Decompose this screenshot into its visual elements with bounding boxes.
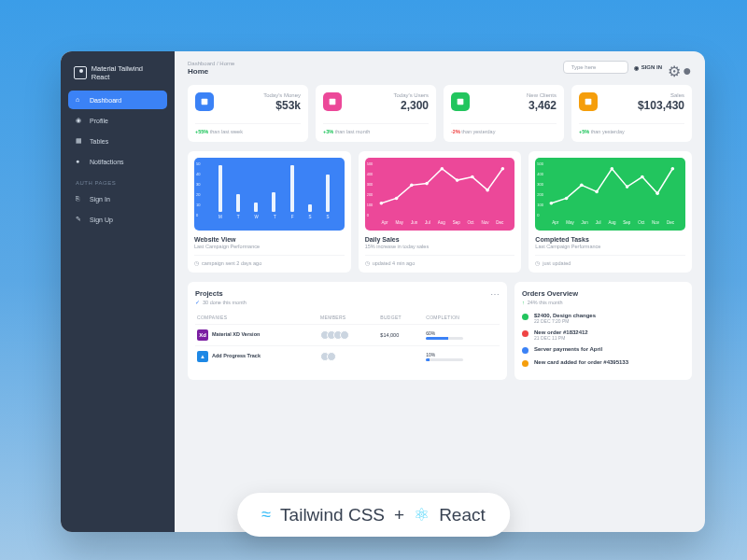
svg-point-18 xyxy=(626,185,629,189)
stat-footer: +5% than yesterday xyxy=(579,123,684,134)
order-item: New order #183241221 DEC 11 PM xyxy=(522,329,684,341)
react-icon: ⚛ xyxy=(414,504,430,525)
chart-title: Completed Tasks xyxy=(535,236,685,243)
signin-button[interactable]: ◉ SIGN IN xyxy=(634,64,662,71)
order-dot-icon xyxy=(522,360,529,367)
user-icon: ◉ xyxy=(76,117,83,124)
order-title: Server payments for April xyxy=(534,346,602,352)
chart-card: 50403020100 MTWTFSS Website View Last Ca… xyxy=(188,151,351,273)
signin-label: SIGN IN xyxy=(641,64,662,70)
tailwind-icon: ≈ xyxy=(261,505,271,525)
svg-point-8 xyxy=(440,167,444,171)
chart-meta: ◷ just updated xyxy=(535,255,685,266)
stat-icon xyxy=(451,92,470,111)
chart-meta: ◷ campaign sent 2 days ago xyxy=(194,255,345,266)
svg-rect-0 xyxy=(202,99,208,105)
order-time: 22 DEC 7:20 PM xyxy=(534,318,596,324)
breadcrumb: Dashboard / Home xyxy=(188,61,234,66)
stat-footer: -2% than yesterday xyxy=(451,123,557,134)
order-dot-icon xyxy=(522,314,529,320)
order-item: Server payments for April xyxy=(522,346,684,354)
chart-title: Daily Sales xyxy=(365,236,515,243)
brand: Material Tailwind React xyxy=(68,61,167,91)
order-dot-icon xyxy=(522,347,529,354)
svg-point-19 xyxy=(641,175,644,179)
svg-point-14 xyxy=(565,197,569,201)
sidebar-item-tables[interactable]: ▦ Tables xyxy=(68,132,167,150)
svg-point-7 xyxy=(425,182,429,186)
stats-row: Today's Money $53k +55% than last week T… xyxy=(188,85,692,142)
page-title: Home xyxy=(188,67,234,76)
sidebar-item-label: Sign In xyxy=(90,196,110,203)
svg-point-9 xyxy=(455,178,458,182)
clock-icon: ◷ xyxy=(365,260,370,266)
sidebar-item-signup[interactable]: ✎ Sign Up xyxy=(68,210,167,229)
chart-title: Website View xyxy=(194,236,345,243)
bell-icon: ● xyxy=(76,158,83,165)
table-header: BUDGET xyxy=(378,311,424,325)
sidebar-item-label: Dashboard xyxy=(90,97,121,104)
svg-point-21 xyxy=(671,167,675,171)
stat-icon xyxy=(579,92,598,111)
svg-rect-3 xyxy=(585,99,592,105)
svg-point-6 xyxy=(410,184,414,188)
chart-sub: Last Campaign Performance xyxy=(535,244,685,249)
sidebar-item-profile[interactable]: ◉ Profile xyxy=(68,111,167,130)
order-time: 21 DEC 11 PM xyxy=(534,335,588,341)
svg-rect-2 xyxy=(458,99,464,105)
bottom-row: Projects ✓30 done this month ⋯ COMPANIES… xyxy=(188,282,692,380)
table-header: COMPANIES xyxy=(195,311,318,325)
app-window: Material Tailwind React ⌂ Dashboard ◉ Pr… xyxy=(61,51,705,532)
stat-icon xyxy=(195,92,214,111)
chart-canvas: 5004003002001000 AprMayJunJulAugSepOctNo… xyxy=(365,158,515,231)
svg-point-12 xyxy=(500,167,504,171)
svg-point-10 xyxy=(471,175,474,179)
sidebar-item-label: Sign Up xyxy=(90,217,113,223)
orders-panel: Orders Overview ↑24% this month $2400, D… xyxy=(514,282,692,380)
sidebar-item-label: Notifactions xyxy=(90,159,124,165)
login-icon: ⎘ xyxy=(76,195,83,203)
sidebar-item-label: Profile xyxy=(90,118,108,124)
table-row[interactable]: ▲Add Progress Track 10% xyxy=(195,346,500,368)
bell-icon[interactable]: ● xyxy=(683,63,692,72)
projects-panel: Projects ✓30 done this month ⋯ COMPANIES… xyxy=(188,282,507,380)
stat-card: Today's Money $53k +55% than last week xyxy=(188,85,308,142)
chart-canvas: 5004003002001000 AprMayJunJulAugSepOctNo… xyxy=(535,158,685,231)
stat-footer: +55% than last week xyxy=(195,123,301,134)
table-icon: ▦ xyxy=(76,137,83,145)
order-item: New card added for order #4395133 xyxy=(522,359,684,367)
search-input[interactable]: Type here xyxy=(563,61,628,74)
user-icon: ◉ xyxy=(634,64,639,71)
chart-card: 5004003002001000 AprMayJunJulAugSepOctNo… xyxy=(359,151,522,273)
projects-table: COMPANIESMEMBERSBUDGETCOMPLETION XdMater… xyxy=(195,311,500,367)
chart-sub: Last Campaign Performance xyxy=(194,244,345,249)
stat-card: Sales $103,430 +5% than yesterday xyxy=(571,85,692,142)
auth-section-label: AUTH PAGES xyxy=(68,173,167,189)
gear-icon[interactable]: ⚙ xyxy=(668,63,677,72)
order-title: New card added for order #4395133 xyxy=(534,359,628,365)
charts-row: 50403020100 MTWTFSS Website View Last Ca… xyxy=(188,151,692,273)
sidebar: Material Tailwind React ⌂ Dashboard ◉ Pr… xyxy=(61,51,175,532)
svg-point-11 xyxy=(486,189,489,192)
stat-footer: +3% than last month xyxy=(323,123,429,134)
promo-text1: Tailwind CSS xyxy=(280,505,385,525)
stat-icon xyxy=(323,92,342,111)
orders-sub: ↑24% this month xyxy=(522,300,684,305)
topbar: Dashboard / Home Home Type here ◉ SIGN I… xyxy=(188,61,692,76)
table-header: COMPLETION xyxy=(424,311,500,325)
signup-icon: ✎ xyxy=(76,216,83,223)
home-icon: ⌂ xyxy=(76,96,83,104)
chart-card: 5004003002001000 AprMayJunJulAugSepOctNo… xyxy=(529,151,692,273)
table-row[interactable]: XdMaterial XD Version $14,000 60% xyxy=(195,325,500,346)
projects-sub: ✓30 done this month xyxy=(195,300,247,305)
stat-card: New Clients 3,462 -2% than yesterday xyxy=(444,85,564,142)
sidebar-item-dashboard[interactable]: ⌂ Dashboard xyxy=(68,91,167,109)
main-content: Dashboard / Home Home Type here ◉ SIGN I… xyxy=(175,51,705,532)
more-icon[interactable]: ⋯ xyxy=(490,289,500,300)
sidebar-item-notifications[interactable]: ● Notifactions xyxy=(68,152,167,171)
svg-point-16 xyxy=(596,190,599,194)
svg-point-15 xyxy=(580,184,584,188)
clock-icon: ◷ xyxy=(535,260,540,266)
svg-point-20 xyxy=(656,191,660,195)
sidebar-item-signin[interactable]: ⎘ Sign In xyxy=(68,189,167,208)
